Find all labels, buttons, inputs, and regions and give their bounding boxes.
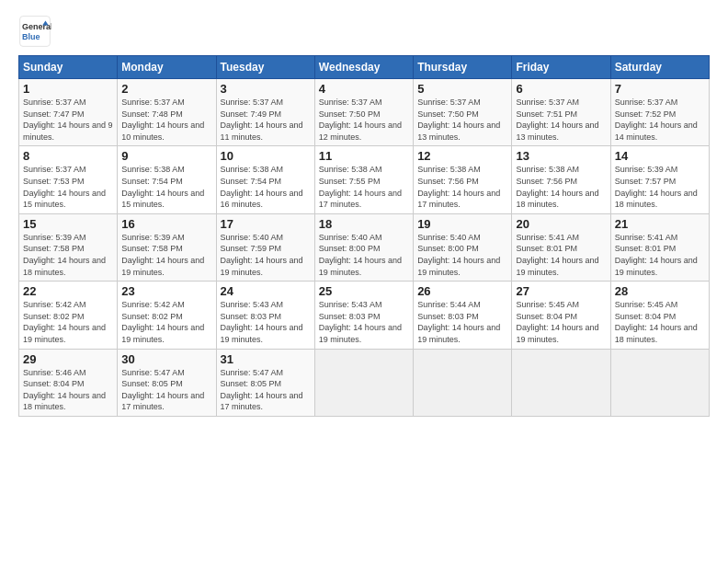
day-info: Sunrise: 5:45 AMSunset: 8:04 PMDaylight:… (615, 299, 705, 345)
calendar-cell: 21Sunrise: 5:41 AMSunset: 8:01 PMDayligh… (610, 213, 709, 281)
day-number: 27 (516, 284, 606, 298)
weekday-header-row: SundayMondayTuesdayWednesdayThursdayFrid… (19, 56, 710, 79)
day-info: Sunrise: 5:38 AMSunset: 7:55 PMDaylight:… (319, 164, 409, 210)
day-info: Sunrise: 5:40 AMSunset: 8:00 PMDaylight:… (417, 232, 507, 278)
calendar-week-3: 15Sunrise: 5:39 AMSunset: 7:58 PMDayligh… (19, 213, 710, 281)
day-info: Sunrise: 5:41 AMSunset: 8:01 PMDaylight:… (615, 232, 705, 278)
day-info: Sunrise: 5:37 AMSunset: 7:47 PMDaylight:… (23, 97, 113, 143)
calendar-cell: 16Sunrise: 5:39 AMSunset: 7:58 PMDayligh… (118, 213, 216, 281)
day-info: Sunrise: 5:38 AMSunset: 7:54 PMDaylight:… (121, 164, 211, 210)
calendar-cell: 10Sunrise: 5:38 AMSunset: 7:54 PMDayligh… (216, 146, 314, 213)
calendar-cell: 29Sunrise: 5:46 AMSunset: 8:04 PMDayligh… (19, 349, 118, 416)
logo: General Blue (18, 15, 51, 48)
day-number: 1 (23, 82, 113, 96)
calendar-cell: 28Sunrise: 5:45 AMSunset: 8:04 PMDayligh… (610, 282, 709, 349)
calendar-cell: 9Sunrise: 5:38 AMSunset: 7:54 PMDaylight… (118, 146, 216, 213)
day-info: Sunrise: 5:46 AMSunset: 8:04 PMDaylight:… (23, 367, 113, 413)
day-info: Sunrise: 5:42 AMSunset: 8:02 PMDaylight:… (23, 299, 113, 345)
day-info: Sunrise: 5:37 AMSunset: 7:50 PMDaylight:… (417, 97, 507, 143)
day-number: 14 (615, 149, 705, 163)
calendar-cell: 30Sunrise: 5:47 AMSunset: 8:05 PMDayligh… (118, 349, 216, 416)
day-number: 13 (516, 149, 606, 163)
calendar-cell: 23Sunrise: 5:42 AMSunset: 8:02 PMDayligh… (118, 282, 216, 349)
day-info: Sunrise: 5:43 AMSunset: 8:03 PMDaylight:… (221, 299, 311, 345)
calendar-cell (610, 349, 709, 416)
day-number: 11 (319, 149, 409, 163)
calendar-cell: 6Sunrise: 5:37 AMSunset: 7:51 PMDaylight… (512, 79, 610, 146)
day-number: 7 (615, 82, 705, 96)
calendar-cell: 24Sunrise: 5:43 AMSunset: 8:03 PMDayligh… (216, 282, 314, 349)
calendar-cell: 25Sunrise: 5:43 AMSunset: 8:03 PMDayligh… (314, 282, 413, 349)
day-number: 16 (121, 217, 211, 231)
calendar-cell (414, 349, 512, 416)
day-info: Sunrise: 5:39 AMSunset: 7:58 PMDaylight:… (23, 232, 113, 278)
day-number: 9 (121, 149, 211, 163)
day-number: 20 (516, 217, 606, 231)
day-number: 5 (417, 82, 507, 96)
calendar-cell: 22Sunrise: 5:42 AMSunset: 8:02 PMDayligh… (19, 282, 118, 349)
calendar-cell: 5Sunrise: 5:37 AMSunset: 7:50 PMDaylight… (414, 79, 512, 146)
calendar-cell: 4Sunrise: 5:37 AMSunset: 7:50 PMDaylight… (314, 79, 413, 146)
calendar-cell: 20Sunrise: 5:41 AMSunset: 8:01 PMDayligh… (512, 213, 610, 281)
day-info: Sunrise: 5:37 AMSunset: 7:48 PMDaylight:… (121, 97, 211, 143)
weekday-header-monday: Monday (118, 56, 216, 79)
day-info: Sunrise: 5:47 AMSunset: 8:05 PMDaylight:… (221, 367, 311, 413)
calendar-cell: 31Sunrise: 5:47 AMSunset: 8:05 PMDayligh… (216, 349, 314, 416)
day-number: 25 (319, 284, 409, 298)
day-info: Sunrise: 5:38 AMSunset: 7:54 PMDaylight:… (221, 164, 311, 210)
weekday-header-wednesday: Wednesday (314, 56, 413, 79)
day-info: Sunrise: 5:38 AMSunset: 7:56 PMDaylight:… (417, 164, 507, 210)
day-number: 29 (23, 352, 113, 366)
calendar-cell: 7Sunrise: 5:37 AMSunset: 7:52 PMDaylight… (610, 79, 709, 146)
day-number: 31 (221, 352, 311, 366)
day-number: 23 (121, 284, 211, 298)
calendar-cell (512, 349, 610, 416)
day-number: 8 (23, 149, 113, 163)
calendar-cell: 13Sunrise: 5:38 AMSunset: 7:56 PMDayligh… (512, 146, 610, 213)
calendar-cell: 1Sunrise: 5:37 AMSunset: 7:47 PMDaylight… (19, 79, 118, 146)
day-info: Sunrise: 5:41 AMSunset: 8:01 PMDaylight:… (516, 232, 606, 278)
day-info: Sunrise: 5:40 AMSunset: 8:00 PMDaylight:… (319, 232, 409, 278)
weekday-header-thursday: Thursday (414, 56, 512, 79)
calendar-cell: 15Sunrise: 5:39 AMSunset: 7:58 PMDayligh… (19, 213, 118, 281)
day-info: Sunrise: 5:44 AMSunset: 8:03 PMDaylight:… (417, 299, 507, 345)
page-header: General Blue (18, 15, 710, 48)
day-number: 6 (516, 82, 606, 96)
day-number: 10 (221, 149, 311, 163)
weekday-header-sunday: Sunday (19, 56, 118, 79)
day-number: 30 (121, 352, 211, 366)
day-number: 4 (319, 82, 409, 96)
day-number: 3 (221, 82, 311, 96)
day-info: Sunrise: 5:39 AMSunset: 7:58 PMDaylight:… (121, 232, 211, 278)
day-number: 18 (319, 217, 409, 231)
day-number: 12 (417, 149, 507, 163)
calendar-week-4: 22Sunrise: 5:42 AMSunset: 8:02 PMDayligh… (19, 282, 710, 349)
day-info: Sunrise: 5:43 AMSunset: 8:03 PMDaylight:… (319, 299, 409, 345)
calendar-header: SundayMondayTuesdayWednesdayThursdayFrid… (19, 56, 710, 79)
day-info: Sunrise: 5:38 AMSunset: 7:56 PMDaylight:… (516, 164, 606, 210)
calendar-body: 1Sunrise: 5:37 AMSunset: 7:47 PMDaylight… (19, 79, 710, 417)
calendar-cell: 2Sunrise: 5:37 AMSunset: 7:48 PMDaylight… (118, 79, 216, 146)
weekday-header-friday: Friday (512, 56, 610, 79)
logo-icon: General Blue (18, 15, 51, 48)
calendar-week-5: 29Sunrise: 5:46 AMSunset: 8:04 PMDayligh… (19, 349, 710, 416)
day-info: Sunrise: 5:37 AMSunset: 7:53 PMDaylight:… (23, 164, 113, 210)
day-info: Sunrise: 5:40 AMSunset: 7:59 PMDaylight:… (221, 232, 311, 278)
calendar-week-1: 1Sunrise: 5:37 AMSunset: 7:47 PMDaylight… (19, 79, 710, 146)
calendar-cell: 26Sunrise: 5:44 AMSunset: 8:03 PMDayligh… (414, 282, 512, 349)
calendar-cell: 8Sunrise: 5:37 AMSunset: 7:53 PMDaylight… (19, 146, 118, 213)
weekday-header-saturday: Saturday (610, 56, 709, 79)
day-number: 21 (615, 217, 705, 231)
calendar-cell: 14Sunrise: 5:39 AMSunset: 7:57 PMDayligh… (610, 146, 709, 213)
calendar-cell: 11Sunrise: 5:38 AMSunset: 7:55 PMDayligh… (314, 146, 413, 213)
day-info: Sunrise: 5:47 AMSunset: 8:05 PMDaylight:… (121, 367, 211, 413)
day-number: 26 (417, 284, 507, 298)
day-number: 2 (121, 82, 211, 96)
day-info: Sunrise: 5:37 AMSunset: 7:50 PMDaylight:… (319, 97, 409, 143)
day-number: 17 (221, 217, 311, 231)
svg-text:Blue: Blue (22, 32, 40, 41)
calendar-cell: 18Sunrise: 5:40 AMSunset: 8:00 PMDayligh… (314, 213, 413, 281)
day-number: 28 (615, 284, 705, 298)
day-number: 15 (23, 217, 113, 231)
calendar-cell: 27Sunrise: 5:45 AMSunset: 8:04 PMDayligh… (512, 282, 610, 349)
